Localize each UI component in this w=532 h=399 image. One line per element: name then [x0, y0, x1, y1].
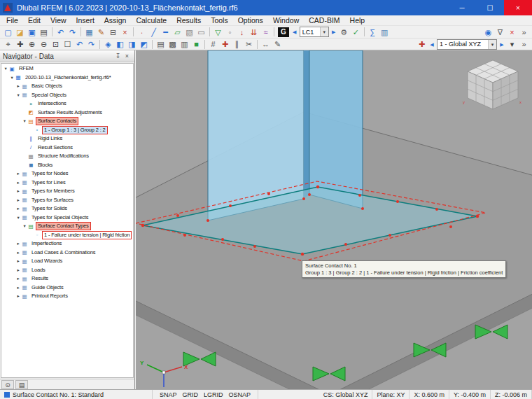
load-case-g-badge[interactable]: G	[278, 27, 289, 37]
tree-item-types-for-nodes[interactable]: ▸▦Types for Nodes	[1, 169, 133, 178]
expander-right-icon[interactable]: ▸	[15, 180, 21, 186]
tree-item-types-for-lines[interactable]: ▸▦Types for Lines	[1, 178, 133, 188]
save-model-icon[interactable]: ▣	[26, 27, 38, 38]
expander-right-icon[interactable]: ▸	[15, 285, 21, 290]
work-plane-icon[interactable]: ∥	[231, 38, 243, 50]
rendered-display-icon[interactable]: ■	[190, 38, 202, 50]
zoom-out-icon[interactable]: ⊖	[38, 38, 50, 50]
pin-icon[interactable]: ↧	[113, 52, 122, 59]
new-solid-icon[interactable]: ▧	[183, 27, 195, 38]
coordinate-system-previous-button[interactable]: ◀	[428, 39, 436, 50]
menu-assign[interactable]: Assign	[99, 15, 132, 26]
close-button[interactable]: ×	[504, 0, 532, 15]
wireframe-display-icon[interactable]: ▤	[155, 38, 167, 50]
tree-item-2020-10-13-fl-chenkontakt-fertig-rf6[interactable]: ▾▦2020-10-13_Flächenkontakt_fertig.rf6*	[1, 74, 133, 83]
new-node-icon[interactable]: ∙	[136, 27, 148, 38]
tree-item-special-objects[interactable]: ▾▦Special Objects	[1, 91, 133, 100]
expander-down-icon[interactable]: ▾	[22, 223, 27, 229]
expander-down-icon[interactable]: ▾	[15, 92, 21, 98]
tree-item-types-for-members[interactable]: ▸▦Types for Members	[1, 187, 133, 196]
shaded-display-icon[interactable]: ▩	[167, 38, 178, 50]
menu-tools[interactable]: Tools	[206, 15, 233, 26]
previous-view-icon[interactable]: ↶	[74, 38, 85, 50]
tree-item-types-for-surfaces[interactable]: ▸▦Types for Surfaces	[1, 196, 133, 205]
menu-options[interactable]: Options	[233, 15, 268, 26]
new-line-icon[interactable]: ╱	[148, 27, 160, 38]
maximize-button[interactable]: ☐	[476, 0, 504, 15]
menu-window[interactable]: Window	[268, 15, 304, 26]
expander-right-icon[interactable]: ▸	[15, 241, 21, 246]
view-overflow-icon[interactable]: »	[518, 38, 530, 50]
comment-icon[interactable]: ✎	[272, 38, 284, 50]
tree-item-types-for-solids[interactable]: ▸▦Types for Solids	[1, 204, 133, 214]
tree-item-basic-objects[interactable]: ▸▦Basic Objects	[1, 82, 133, 91]
visibility-icon[interactable]: ◉	[482, 27, 494, 38]
minimize-button[interactable]: ─	[448, 0, 476, 15]
undo-icon[interactable]: ↶	[55, 27, 66, 38]
tree-item-results[interactable]: ▸▦Results	[1, 274, 133, 284]
expander-down-icon[interactable]: ▾	[22, 118, 27, 124]
expander-right-icon[interactable]: ▸	[15, 267, 21, 273]
nodal-load-icon[interactable]: ↓	[236, 27, 248, 38]
model-viewport[interactable]: Y X Z x y Surface Contact No. 1 Group 1 …	[136, 50, 532, 389]
menu-file[interactable]: File	[1, 15, 23, 26]
new-opening-icon[interactable]: ▭	[195, 27, 207, 38]
tree-item-blocks[interactable]: ◼Blocks	[1, 161, 133, 170]
toggle-snap[interactable]: SNAP	[157, 391, 180, 398]
expander-right-icon[interactable]: ▸	[15, 206, 21, 211]
expander-right-icon[interactable]: ▸	[15, 258, 21, 264]
coordinate-system-icon[interactable]: ✚	[416, 38, 428, 50]
calculate-all-icon[interactable]: ⚙	[338, 27, 350, 38]
navigator-visibility-tab[interactable]: ⊙	[1, 380, 14, 389]
tree-item-imperfections[interactable]: ▸▦Imperfections	[1, 239, 133, 248]
clipping-icon[interactable]: ✂	[243, 38, 255, 50]
expander-right-icon[interactable]: ▸	[15, 188, 21, 194]
tree-item-rfem[interactable]: ▾▣RFEM	[1, 64, 133, 74]
new-hinge-icon[interactable]: ◦	[224, 27, 236, 38]
tree-item-1-failure-under-tension-rigid-friction[interactable]: ▫1 - Failure under tension | Rigid frict…	[1, 231, 133, 240]
stop-icon[interactable]: ×	[506, 27, 518, 38]
expander-down-icon[interactable]: ▾	[15, 215, 21, 220]
dimensions-icon[interactable]: ↔	[260, 38, 272, 50]
status-coordinate-system[interactable]: CS: Global XYZ	[319, 390, 373, 399]
pan-view-icon[interactable]: ✚	[14, 38, 26, 50]
tree-item-surface-results-adjustments[interactable]: ◩Surface Results Adjustments	[1, 108, 133, 118]
menu-cad-bim[interactable]: CAD-BIM	[304, 15, 344, 26]
tree-item-1-group-1-3-group-2-2[interactable]: ▪1 - Group 1 : 3 | Group 2 : 2	[1, 126, 133, 135]
expander-down-icon[interactable]: ▾	[3, 66, 8, 71]
coordinate-system-combo-dropdown-arrow[interactable]: ▾	[488, 40, 496, 49]
input-tables-icon[interactable]: ▦	[83, 27, 95, 38]
load-case-combo[interactable]: LC1▾	[300, 27, 329, 37]
load-case-next-button[interactable]: ▶	[330, 27, 338, 37]
select-pointer-icon[interactable]: ⌖	[2, 38, 14, 50]
menu-help[interactable]: Help	[345, 15, 370, 26]
toggle-grid[interactable]: GRID	[180, 391, 202, 398]
wall-surface-right[interactable]	[309, 50, 363, 209]
expander-down-icon[interactable]: ▾	[9, 75, 15, 80]
delete-object-icon[interactable]: ×	[119, 27, 131, 38]
menu-view[interactable]: View	[46, 15, 71, 26]
tree-item-loads[interactable]: ▸▦Loads	[1, 266, 133, 275]
expander-right-icon[interactable]: ▸	[15, 171, 21, 176]
new-model-icon[interactable]: ▢	[2, 27, 14, 38]
status-work-plane[interactable]: Plane: XY	[372, 390, 410, 399]
load-case-previous-button[interactable]: ◀	[290, 27, 299, 37]
view-y-icon[interactable]: ◨	[126, 38, 138, 50]
calculation-check-icon[interactable]: ✓	[350, 27, 362, 38]
zoom-window-icon[interactable]: ⊡	[50, 38, 62, 50]
menu-calculate[interactable]: Calculate	[131, 15, 172, 26]
view-z-icon[interactable]: ◩	[138, 38, 150, 50]
tree-item-types-for-special-objects[interactable]: ▾▦Types for Special Objects	[1, 214, 133, 223]
new-surface-icon[interactable]: ▱	[172, 27, 183, 38]
expander-right-icon[interactable]: ▸	[15, 197, 21, 203]
menu-results[interactable]: Results	[172, 15, 206, 26]
expander-right-icon[interactable]: ▸	[15, 276, 21, 281]
view-x-icon[interactable]: ◧	[114, 38, 126, 50]
isometric-view-icon[interactable]: ◈	[102, 38, 114, 50]
filter-icon[interactable]: ∇	[494, 27, 506, 38]
result-tables-icon[interactable]: ▥	[379, 27, 391, 38]
tree-item-load-wizards[interactable]: ▸▦Load Wizards	[1, 257, 133, 266]
grid-toggle-icon[interactable]: #	[207, 38, 219, 50]
toggle-lgrid[interactable]: LGRID	[201, 391, 226, 398]
load-case-combo-dropdown-arrow[interactable]: ▾	[320, 27, 328, 36]
